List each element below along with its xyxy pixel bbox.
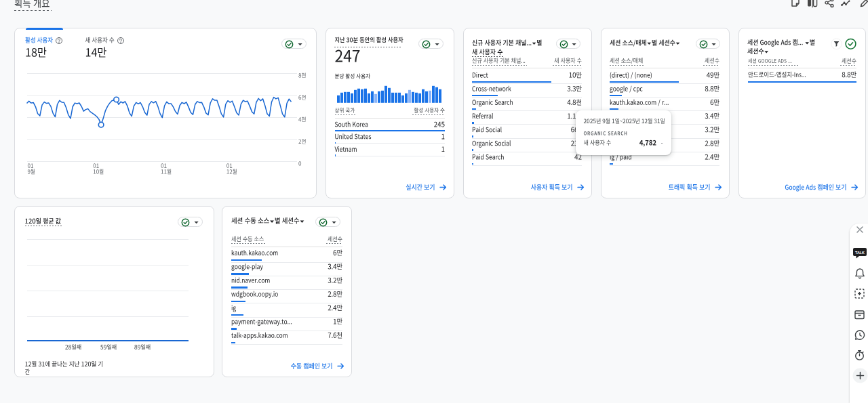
svg-text:TALK: TALK [855,251,865,255]
